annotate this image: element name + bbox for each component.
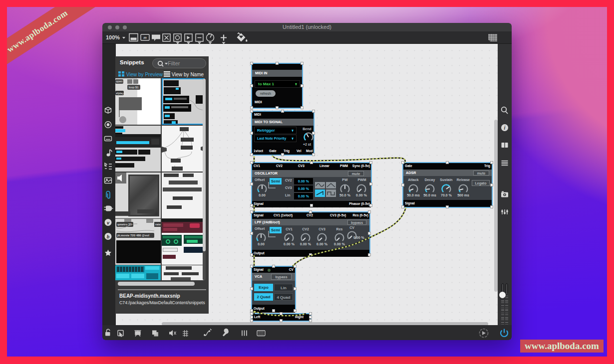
svg-text:m: m (143, 36, 146, 39)
